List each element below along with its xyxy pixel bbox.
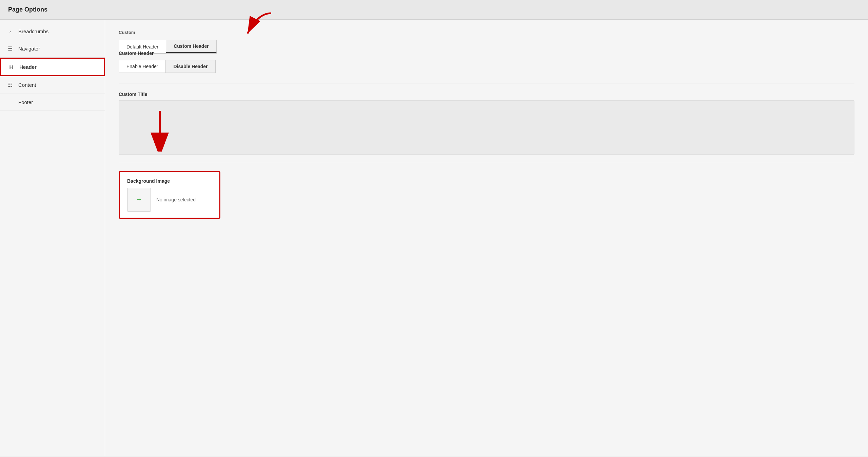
sidebar-item-label: Breadcrumbs: [18, 28, 48, 34]
custom-header-section: Custom Header Enable Header Disable Head…: [119, 51, 854, 73]
section-label: Custom: [119, 30, 854, 35]
sidebar-item-header[interactable]: H Header: [0, 58, 105, 76]
sidebar-item-label: Content: [18, 82, 36, 88]
content-icon: ☷: [7, 82, 14, 88]
background-image-section: Background Image + No image selected: [119, 171, 220, 219]
arrow-to-input: [146, 107, 173, 152]
sidebar: › Breadcrumbs ☰ Navigator H Header ☷ Con…: [0, 20, 105, 456]
page-title: Page Options: [8, 6, 860, 13]
section-divider-2: [119, 163, 854, 163]
sidebar-item-breadcrumbs[interactable]: › Breadcrumbs: [0, 23, 105, 40]
tab-custom-header[interactable]: Custom Header: [166, 40, 216, 53]
sidebar-item-label: Navigator: [18, 46, 40, 52]
content-area: Custom Default Header Custom Header Cust…: [105, 20, 868, 456]
image-picker: + No image selected: [127, 188, 212, 212]
custom-header-label: Custom Header: [119, 51, 854, 56]
sidebar-item-label: Header: [19, 64, 37, 70]
custom-title-section: Custom Title: [119, 92, 854, 155]
hamburger-icon: ☰: [7, 45, 14, 52]
sidebar-item-navigator[interactable]: ☰ Navigator: [0, 40, 105, 58]
chevron-right-icon: ›: [7, 29, 14, 34]
no-image-text: No image selected: [156, 197, 196, 202]
custom-title-label: Custom Title: [119, 92, 854, 97]
disable-header-button[interactable]: Disable Header: [165, 60, 215, 73]
custom-title-input-area[interactable]: [119, 100, 854, 155]
sidebar-item-footer[interactable]: Footer: [0, 94, 105, 111]
enable-disable-group: Enable Header Disable Header: [119, 60, 216, 73]
arrow-to-custom-header: [237, 10, 278, 44]
section-divider: [119, 83, 854, 83]
add-image-button[interactable]: +: [127, 188, 151, 212]
page-title-bar: Page Options: [0, 0, 868, 20]
sidebar-item-label: Footer: [18, 99, 33, 105]
sidebar-item-content[interactable]: ☷ Content: [0, 76, 105, 94]
plus-icon: +: [137, 196, 141, 203]
background-image-label: Background Image: [127, 178, 212, 184]
enable-header-button[interactable]: Enable Header: [119, 60, 165, 73]
h-icon: H: [8, 64, 15, 70]
